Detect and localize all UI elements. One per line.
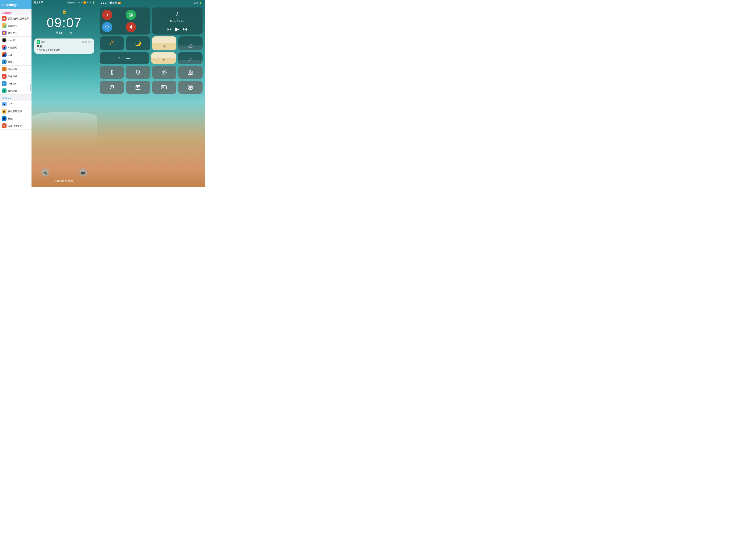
volume-slider-2[interactable]: 🔊 [178, 52, 202, 64]
slide-bar [55, 184, 74, 184]
camera-button[interactable]: 📷 [79, 168, 87, 177]
cellular-button[interactable] [126, 10, 136, 20]
flashlight-tool-button[interactable] [100, 66, 124, 79]
default-launcher-label: 设置为默认启动程序 [8, 17, 29, 20]
lockscreen-date: 星期五, 一月 [32, 31, 97, 35]
display-settings-icon [161, 69, 167, 75]
svg-point-9 [162, 70, 166, 75]
brightness-slider[interactable]: ☀ [152, 36, 176, 51]
settings-panel: ‹ Settings General 🏠 设置为默认启动程序 🎨 控制中心 🔔 … [0, 0, 32, 187]
svg-rect-15 [136, 85, 140, 89]
lockscreen-panel: 晚上9:08 中国移动 ▲▲▲ 📶 60% 🔋 🔒 09:07 星期五, 一月 … [32, 0, 97, 187]
wifi-icon: 📶 [83, 1, 86, 4]
home-button[interactable]: ⌂ Home [100, 52, 149, 64]
home-label: Home [122, 57, 131, 60]
sidebar-item-weather[interactable]: 🌤 天气 [0, 101, 32, 108]
app-lock-label: 应用程序锁定 [8, 124, 22, 127]
music-note-icon: ♪ [176, 10, 179, 17]
home-icon: ⌂ [118, 56, 121, 60]
control-row2: 🌙 ☀ 🔊 [100, 36, 202, 51]
sidebar-item-assistive-touch[interactable]: ⬤ 小白点 [0, 37, 32, 44]
back-icon[interactable]: ‹ [2, 3, 3, 7]
lockscreen-status-right: 中国移动 ▲▲▲ 📶 60% 🔋 [67, 1, 95, 4]
brightness-slider-2[interactable]: ☀ [151, 52, 176, 64]
brightness-icon-2: ☀ [162, 58, 165, 62]
camera-tool-button[interactable] [178, 66, 202, 79]
record-button[interactable] [178, 81, 202, 94]
notif-header: 微 微信 09:07 下午 [37, 40, 92, 44]
alarm-button[interactable] [100, 81, 124, 94]
signal-icon: ▲▲▲ [76, 1, 82, 4]
night-mode-button[interactable]: 🌙 [126, 36, 150, 51]
music-control-label: Music Control [170, 20, 184, 23]
control-carrier: 中国移动 [108, 1, 117, 4]
location-off-button[interactable] [126, 66, 150, 79]
sidebar-item-default-apps[interactable]: ▦ 默认应用程序 [0, 108, 32, 115]
wifi-button[interactable] [102, 22, 112, 32]
wifi-icon [104, 24, 110, 29]
calendar-button[interactable] [126, 81, 150, 94]
sidebar-item-scroll-effect[interactable]: ✳ 滚动效果 [0, 65, 32, 73]
notif-app-name: 微信 [41, 40, 45, 44]
font-size-label: 字体大小 [8, 82, 17, 85]
sidebar-item-desktop[interactable]: 🖥 桌面 [0, 58, 32, 65]
notif-app: 微 微信 [37, 40, 45, 44]
brightness-icon: ☀ [163, 44, 166, 48]
airplane-mode-button[interactable]: ✈ [102, 10, 112, 20]
desktop-icon: 🖥 [2, 60, 6, 64]
weather-icon: 🌤 [2, 102, 6, 106]
sidebar-item-default-launcher[interactable]: 🏠 设置为默认启动程序 [0, 15, 32, 22]
music-control-box: ♪ Music Control ⏮ ▶ ⏭ [152, 7, 203, 35]
lock-rotation-button[interactable] [100, 36, 124, 51]
svg-point-8 [163, 72, 165, 73]
sidebar-item-notification-center[interactable]: 🔔 通知中心 [0, 29, 32, 37]
x-theme-label: X 主题栏 [8, 46, 17, 49]
default-apps-label: 默认应用程序 [8, 110, 22, 113]
app-lock-icon: 🔒 [2, 123, 6, 128]
battery-icon: 🔋 [92, 1, 95, 4]
sidebar-item-themes[interactable]: ▦ 主题 [0, 51, 32, 58]
bluetooth-button[interactable] [126, 22, 136, 32]
desktop-label: 桌面 [8, 60, 13, 63]
svg-rect-21 [166, 86, 167, 88]
battery-widget-button[interactable] [152, 81, 176, 94]
sidebar-item-wallpaper[interactable]: 🏔 壁纸 [0, 115, 32, 122]
lockscreen-status-bar: 晚上9:08 中国移动 ▲▲▲ 📶 60% 🔋 [32, 0, 97, 5]
lockscreen-status-time: 晚上9:08 [34, 1, 43, 4]
lockscreen-ocean-overlay [32, 112, 97, 168]
sidebar-item-font-style[interactable]: Aa 字体样式 [0, 73, 32, 80]
scroll-indicator [30, 84, 31, 91]
themes-label: 主题 [8, 53, 13, 56]
connectivity-box: ✈ [100, 7, 150, 35]
lockscreen-notification[interactable]: 微 微信 09:07 下午 微信 2个联系人发来4条消息 [34, 39, 94, 54]
camera-icon [187, 69, 193, 75]
volume-icon-2: 🔊 [188, 58, 193, 62]
control-battery-percent: 60% [194, 2, 198, 4]
svg-point-11 [190, 72, 191, 74]
sidebar-item-font-size[interactable]: Ax 字体大小 [0, 80, 32, 87]
volume-slider[interactable]: 🔊 [178, 36, 202, 51]
sidebar-item-x-theme[interactable]: ◑ X 主题栏 [0, 44, 32, 51]
flashlight-button[interactable]: 🔦 [41, 168, 49, 177]
other-settings-icon: ≡ [2, 88, 6, 93]
other-settings-label: 其他设置 [8, 89, 17, 93]
svg-point-24 [189, 86, 192, 89]
next-track-button[interactable]: ⏭ [183, 27, 187, 32]
svg-rect-5 [111, 43, 113, 45]
record-icon [187, 84, 193, 90]
sidebar-item-app-lock[interactable]: 🔒 应用程序锁定 [0, 122, 32, 129]
svg-rect-19 [137, 87, 138, 88]
notif-time: 09:07 下午 [82, 41, 92, 44]
control-center-icon: 🎨 [2, 23, 6, 28]
utilities-section-label: Utilities [0, 95, 32, 101]
play-pause-button[interactable]: ▶ [175, 26, 179, 32]
lockscreen-bottom: 🔦 📷 Slide up to open [32, 168, 97, 187]
cellular-icon [128, 12, 134, 18]
sidebar-item-control-center[interactable]: 🎨 控制中心 [0, 22, 32, 29]
lockscreen-bottom-icons: 🔦 📷 [32, 168, 97, 177]
lockscreen-carrier: 中国移动 [67, 1, 75, 4]
control-status-bar: ▲▲▲ 中国移动 📶 60% 🔋 [97, 0, 205, 6]
display-settings-button[interactable] [152, 66, 176, 79]
prev-track-button[interactable]: ⏮ [167, 27, 172, 32]
sidebar-item-other-settings[interactable]: ≡ 其他设置 [0, 87, 32, 95]
